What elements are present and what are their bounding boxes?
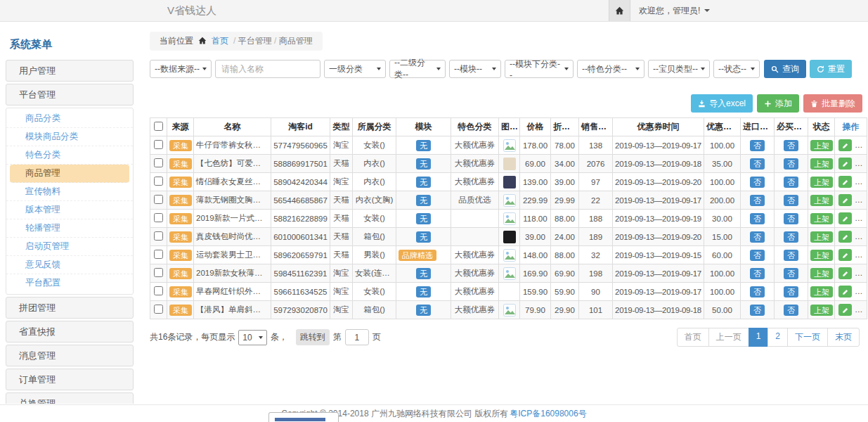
home-button[interactable]	[609, 0, 630, 21]
must-buy-toggle[interactable]: 否	[784, 158, 798, 170]
pager-button[interactable]: 下一页	[787, 328, 828, 347]
imported-toggle[interactable]: 否	[750, 177, 765, 188]
sidebar-item[interactable]: 商品管理	[10, 165, 129, 183]
sidebar-item[interactable]: 宣传物料	[6, 183, 133, 201]
row-checkbox[interactable]	[154, 140, 163, 149]
sidebar-section[interactable]: 拼团管理	[6, 297, 134, 319]
row-checkbox[interactable]	[154, 158, 163, 167]
imported-toggle[interactable]: 否	[750, 268, 765, 279]
status-toggle[interactable]: 上架	[810, 250, 833, 261]
bulk-delete-button[interactable]: 批量删除	[803, 94, 862, 113]
imported-toggle[interactable]: 否	[750, 140, 765, 151]
home-icon	[198, 37, 207, 46]
edit-button[interactable]	[838, 231, 852, 243]
sidebar-section[interactable]: 消息管理	[6, 345, 134, 366]
must-buy-toggle[interactable]: 否	[784, 195, 798, 206]
sidebar-item[interactable]: 版本管理	[6, 201, 133, 219]
pager-button[interactable]: 1	[749, 328, 769, 347]
edit-button[interactable]	[838, 139, 852, 151]
edit-button[interactable]	[838, 286, 852, 298]
search-button[interactable]: 查询	[764, 60, 806, 78]
row-checkbox[interactable]	[154, 195, 163, 204]
sidebar-item[interactable]: 平台配置	[6, 274, 133, 293]
status-toggle[interactable]: 上架	[810, 286, 833, 298]
imported-toggle[interactable]: 否	[750, 231, 765, 243]
filter-select[interactable]: --数据来源--	[150, 60, 212, 78]
imported-toggle[interactable]: 否	[750, 195, 765, 206]
must-buy-toggle[interactable]: 否	[784, 140, 798, 151]
imported-toggle[interactable]: 否	[750, 305, 765, 316]
main-content: 当前位置 首页 / 平台管理 / 商品管理 --数据来源--一级分类--二级分类…	[150, 32, 862, 347]
row-checkbox[interactable]	[154, 268, 163, 277]
filter-select[interactable]: --二级分类--	[389, 60, 446, 78]
status-toggle[interactable]: 上架	[810, 213, 833, 224]
must-buy-toggle[interactable]: 否	[784, 231, 798, 243]
breadcrumb-home-link[interactable]: 首页	[212, 35, 228, 47]
product-name-input[interactable]	[215, 60, 320, 78]
imported-toggle[interactable]: 否	[750, 213, 765, 224]
filter-select[interactable]: --状态--	[713, 60, 760, 78]
import-excel-button[interactable]: 导入excel	[691, 94, 753, 113]
status-toggle[interactable]: 上架	[810, 177, 833, 188]
must-buy-toggle[interactable]: 否	[784, 286, 798, 298]
edit-button[interactable]	[838, 176, 852, 188]
source-badge: 采集	[169, 268, 192, 279]
status-toggle[interactable]: 上架	[810, 195, 833, 206]
edit-button[interactable]	[838, 212, 852, 224]
source-cell: 采集	[167, 246, 194, 264]
must-buy-toggle[interactable]: 否	[784, 268, 798, 279]
sidebar-item[interactable]: 轮播管理	[6, 219, 133, 238]
sidebar-section[interactable]: 平台管理	[6, 84, 134, 106]
sidebar-item[interactable]: 启动页管理	[6, 238, 133, 256]
edit-button[interactable]	[838, 267, 852, 279]
imported-toggle[interactable]: 否	[750, 286, 765, 298]
select-all-checkbox[interactable]	[154, 122, 163, 131]
sidebar-section[interactable]: 用户管理	[6, 60, 134, 82]
edit-button[interactable]	[838, 194, 852, 206]
must-buy-toggle[interactable]: 否	[784, 213, 798, 224]
source-badge: 采集	[169, 195, 192, 206]
must-buy-toggle[interactable]: 否	[784, 250, 798, 261]
imported-toggle[interactable]: 否	[750, 250, 765, 261]
row-checkbox[interactable]	[154, 231, 163, 241]
edit-button[interactable]	[838, 304, 852, 316]
beian-link[interactable]: 粤ICP备16098006号	[510, 408, 586, 420]
imported-toggle[interactable]: 否	[750, 158, 765, 170]
filter-select[interactable]: --模块下分类--	[505, 60, 574, 78]
must-buy-toggle[interactable]: 否	[784, 305, 798, 316]
filter-select[interactable]: 一级分类	[324, 60, 386, 78]
page-number-input[interactable]	[345, 329, 369, 345]
status-toggle[interactable]: 上架	[810, 268, 833, 279]
must-buy-toggle[interactable]: 否	[784, 177, 798, 188]
table-row: 采集真皮钱包时尚优雅女士...601000601341天猫箱包()无39.002…	[150, 228, 867, 246]
status-toggle[interactable]: 上架	[810, 305, 833, 316]
jump-button[interactable]: 跳转到	[296, 329, 330, 345]
row-checkbox[interactable]	[154, 305, 163, 314]
pager-button[interactable]: 2	[767, 328, 788, 347]
filter-select[interactable]: --特色分类--	[577, 60, 644, 78]
row-checkbox[interactable]	[154, 177, 163, 186]
table-row: 采集【七色纺】可爱纯棉家...588869917501天猫内衣()无大额优惠券6…	[150, 155, 867, 173]
sidebar-section[interactable]: 兑换管理	[6, 392, 134, 404]
pager-button[interactable]: 末页	[827, 328, 860, 347]
user-menu[interactable]: 欢迎您，管理员!	[630, 0, 718, 21]
row-checkbox[interactable]	[154, 286, 163, 295]
sidebar-item[interactable]: 特色分类	[6, 146, 133, 165]
sidebar-item[interactable]: 模块商品分类	[6, 128, 133, 146]
edit-button[interactable]	[838, 158, 852, 170]
filter-select[interactable]: --模块--	[449, 60, 501, 78]
row-checkbox[interactable]	[154, 213, 163, 222]
row-checkbox[interactable]	[154, 250, 163, 259]
sidebar-item[interactable]: 意见反馈	[6, 256, 133, 274]
add-button[interactable]: 添加	[757, 94, 799, 113]
edit-button[interactable]	[838, 249, 852, 261]
filter-select[interactable]: --宝贝类型--	[648, 60, 710, 78]
sidebar-section[interactable]: 省直快报	[6, 321, 134, 343]
sidebar-section[interactable]: 订单管理	[6, 369, 134, 390]
status-toggle[interactable]: 上架	[810, 140, 833, 151]
per-page-select[interactable]: 10	[238, 330, 266, 345]
reset-button[interactable]: 重置	[810, 60, 852, 78]
status-toggle[interactable]: 上架	[810, 231, 833, 243]
sidebar-item[interactable]: 商品分类	[6, 110, 133, 128]
status-toggle[interactable]: 上架	[810, 158, 833, 170]
